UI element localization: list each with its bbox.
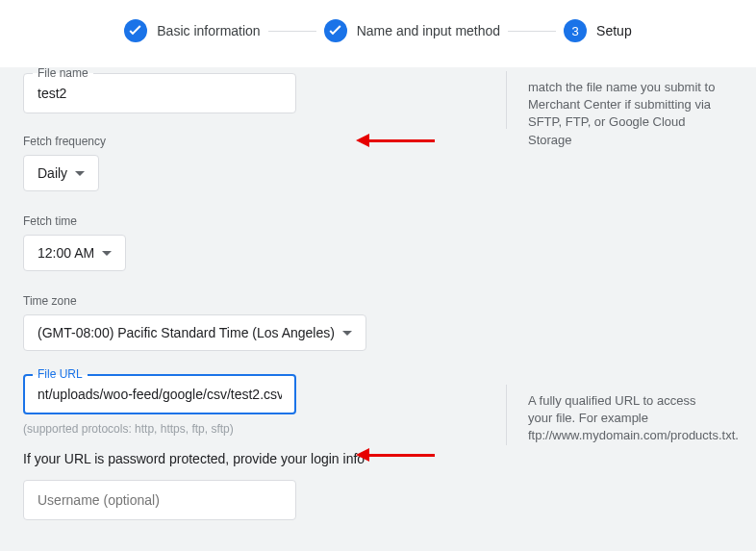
timezone-label: Time zone — [23, 294, 485, 308]
check-icon — [324, 19, 347, 42]
annotation-arrow-icon — [356, 135, 435, 146]
step-name-input[interactable]: Name and input method — [324, 19, 500, 42]
step-label: Setup — [596, 23, 632, 38]
timezone-select[interactable]: (GMT-08:00) Pacific Standard Time (Los A… — [23, 314, 366, 351]
username-input[interactable] — [23, 480, 296, 520]
chevron-down-icon — [75, 171, 85, 176]
step-divider — [508, 31, 556, 32]
step-label: Basic information — [157, 23, 260, 38]
fetch-time-value: 12:00 AM — [38, 245, 94, 261]
help-fileurl: A fully qualified URL to access your fil… — [506, 385, 732, 445]
chevron-down-icon — [102, 251, 112, 256]
filename-label: File name — [33, 66, 93, 80]
protocols-hint: (supported protocols: http, https, ftp, … — [23, 422, 485, 436]
annotation-arrow-icon — [356, 449, 435, 461]
chevron-down-icon — [342, 331, 352, 336]
fetch-frequency-select[interactable]: Daily — [23, 155, 99, 191]
stepper: Basic information Name and input method … — [0, 0, 756, 67]
filename-field: File name — [23, 73, 485, 113]
step-divider — [268, 31, 316, 32]
check-icon — [124, 19, 147, 42]
file-url-label: File URL — [33, 367, 88, 381]
timezone-value: (GMT-08:00) Pacific Standard Time (Los A… — [38, 325, 335, 340]
step-label: Name and input method — [357, 23, 500, 38]
fetch-time-label: Fetch time — [23, 214, 485, 228]
timezone-group: Time zone (GMT-08:00) Pacific Standard T… — [23, 294, 485, 351]
file-url-field: File URL — [23, 374, 485, 414]
step-basic-information[interactable]: Basic information — [124, 19, 260, 42]
step-setup[interactable]: 3 Setup — [564, 19, 632, 42]
fetch-time-select[interactable]: 12:00 AM — [23, 235, 126, 271]
fetch-time-group: Fetch time 12:00 AM — [23, 214, 485, 271]
help-filename: match the file name you submit to Mercha… — [506, 71, 732, 129]
fetch-frequency-value: Daily — [38, 165, 67, 181]
step-number: 3 — [564, 19, 587, 42]
